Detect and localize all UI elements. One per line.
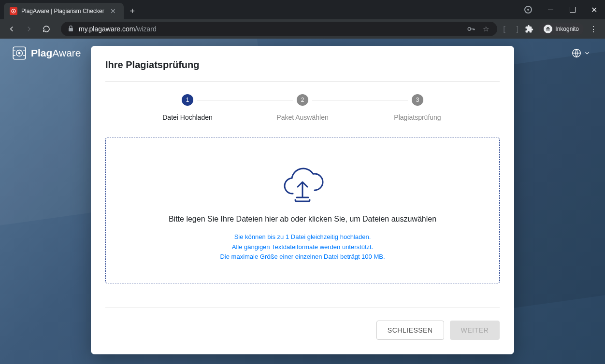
svg-point-6 — [18, 52, 21, 55]
nav-back-button[interactable] — [4, 21, 19, 37]
window-controls: ✕ — [540, 0, 605, 19]
dropzone-sub-text: Sie können bis zu 1 Datei gleichzeitig h… — [220, 232, 385, 262]
tab-close-icon[interactable]: ✕ — [108, 6, 118, 16]
tab-title: PlagAware | Plagiarism Checker — [21, 8, 104, 14]
modal-title: Ihre Plagiatsprüfung — [105, 59, 500, 70]
wizard-modal: Ihre Plagiatsprüfung 1 Datei Hochladen 2… — [91, 46, 514, 354]
step-number: 3 — [412, 94, 423, 106]
lock-icon — [68, 25, 74, 33]
window-close-button[interactable]: ✕ — [583, 0, 605, 19]
step-label: Datei Hochladen — [162, 113, 213, 121]
url-text: my.plagaware.com/wizard — [79, 25, 157, 33]
step-label: Plagiatsprüfung — [394, 113, 441, 121]
window-maximize-button[interactable] — [562, 0, 583, 19]
incognito-icon — [544, 25, 552, 33]
language-button[interactable] — [568, 45, 593, 61]
window-titlebar: PlagAware | Plagiarism Checker ✕ + ✕ — [0, 0, 605, 19]
browser-toolbar: my.plagaware.com/wizard ☆ [ ] Inkognito … — [0, 19, 605, 39]
step-2: 2 Paket Auswählen — [259, 94, 346, 121]
step-number: 1 — [182, 94, 193, 106]
step-1[interactable]: 1 Datei Hochladen — [144, 94, 231, 121]
brand-logo[interactable]: PlagAware — [12, 45, 81, 61]
brackets-icon[interactable]: [ ] — [504, 21, 519, 37]
step-3: 3 Plagiatsprüfung — [374, 94, 461, 121]
nav-forward-button[interactable] — [21, 21, 37, 37]
key-icon[interactable] — [466, 25, 476, 33]
step-label: Paket Auswählen — [276, 113, 328, 121]
favicon-icon — [10, 7, 17, 15]
nav-reload-button[interactable] — [39, 21, 54, 37]
close-button[interactable]: SCHLIESSEN — [376, 321, 444, 340]
bookmark-star-icon[interactable]: ☆ — [481, 25, 490, 33]
page-background: PlagAware Ihre Plagiatsprüfung 1 Datei H… — [0, 39, 605, 364]
step-number: 2 — [297, 94, 308, 106]
wizard-stepper: 1 Datei Hochladen 2 Paket Auswählen 3 Pl… — [105, 94, 500, 121]
svg-point-1 — [13, 11, 14, 12]
divider — [105, 81, 500, 82]
chevron-down-icon — [584, 50, 591, 56]
profile-icon[interactable] — [524, 6, 532, 14]
next-button: WEITER — [450, 321, 500, 340]
new-tab-button[interactable]: + — [126, 3, 139, 19]
modal-footer: SCHLIESSEN WEITER — [105, 321, 500, 340]
incognito-badge[interactable]: Inkognito — [539, 23, 584, 35]
incognito-label: Inkognito — [555, 26, 579, 32]
window-minimize-button[interactable] — [540, 0, 562, 19]
globe-icon — [571, 48, 582, 58]
brand-logo-icon — [12, 45, 27, 61]
address-bar[interactable]: my.plagaware.com/wizard ☆ — [61, 22, 497, 36]
cloud-upload-icon — [278, 159, 327, 207]
browser-tab[interactable]: PlagAware | Plagiarism Checker ✕ — [4, 3, 124, 19]
extensions-icon[interactable] — [521, 21, 537, 37]
divider — [105, 308, 500, 308]
svg-point-3 — [468, 28, 471, 30]
menu-icon[interactable]: ⋮ — [586, 21, 601, 37]
svg-rect-2 — [69, 28, 73, 31]
brand-text: PlagAware — [31, 47, 81, 59]
file-dropzone[interactable]: Bitte legen Sie Ihre Dateien hier ab ode… — [105, 138, 500, 283]
dropzone-main-text: Bitte legen Sie Ihre Dateien hier ab ode… — [169, 215, 436, 224]
